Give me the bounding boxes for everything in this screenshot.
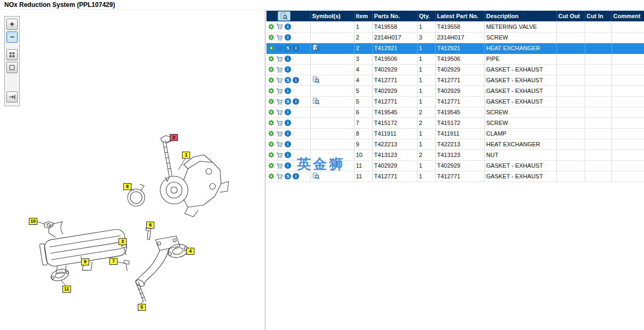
diagram-callout[interactable]: 11 (62, 286, 71, 293)
gear-icon[interactable] (268, 23, 274, 30)
table-row[interactable]: S i 2 T412921 1 T412921 HEAT EXCHANGER (266, 43, 644, 53)
table-row[interactable]: i 6 T419545 2 T419545 SCREW (266, 107, 644, 117)
table-row[interactable]: S i 4 T412771 1 T412771 GASKET - EXHAUST (266, 75, 644, 85)
gear-icon[interactable] (268, 34, 274, 41)
cart-icon[interactable] (276, 109, 283, 116)
cart-icon[interactable] (276, 88, 283, 95)
gear-icon[interactable] (268, 77, 274, 83)
table-row[interactable]: i 1 T419558 1 T419558 METERING VALVE (266, 21, 644, 32)
s-icon[interactable]: S (285, 77, 291, 83)
info-icon[interactable]: i (285, 56, 291, 62)
symbol-doc-icon[interactable] (312, 98, 320, 105)
cart-icon[interactable] (276, 130, 283, 137)
table-row[interactable]: S i 11 T412771 1 T412771 GASKET - EXHAUS… (266, 171, 644, 182)
thumbnail-grid-button[interactable] (6, 49, 18, 60)
gear-icon[interactable] (268, 98, 274, 105)
gear-icon[interactable] (268, 130, 274, 137)
cut-out-cell (556, 160, 585, 171)
info-icon[interactable]: i (285, 130, 291, 137)
gear-icon[interactable] (268, 66, 274, 73)
table-row[interactable]: i 2 2314H017 3 2314H017 SCREW (266, 32, 644, 43)
cart-icon[interactable] (276, 162, 283, 169)
gear-icon[interactable] (268, 162, 274, 169)
zoom-out-button[interactable]: − (6, 32, 18, 43)
gear-icon[interactable] (268, 45, 274, 51)
table-row[interactable]: i 11 T402929 1 T402929 GASKET - EXHAUST (266, 160, 644, 171)
s-icon[interactable]: S (285, 45, 291, 51)
cart-icon[interactable] (276, 34, 283, 41)
table-row[interactable]: i 4 T402929 1 T402929 GASKET - EXHAUST (266, 64, 644, 75)
latest-part-no-cell: T412771 (435, 75, 484, 85)
info-icon[interactable]: i (285, 23, 291, 30)
item-cell: 5 (354, 96, 372, 107)
qty-cell: 1 (417, 171, 435, 182)
diagram-canvas[interactable]: 2181063479115 (0, 10, 265, 330)
symbol-search-icon[interactable] (278, 11, 290, 21)
cart-icon[interactable] (276, 98, 283, 105)
cart-icon[interactable] (276, 56, 283, 62)
table-row[interactable]: i 7 T415172 2 T415172 SCREW (266, 117, 644, 128)
grid-icon (9, 51, 15, 58)
gear-icon[interactable] (268, 88, 274, 94)
comment-cell (611, 43, 644, 53)
gear-icon[interactable] (268, 109, 274, 115)
table-row[interactable]: i 5 T402929 1 T402929 GASKET - EXHAUST (266, 85, 644, 96)
info-icon[interactable]: i (285, 152, 291, 158)
info-icon[interactable]: i (285, 66, 291, 73)
diagram-callout[interactable]: 9 (81, 258, 89, 265)
info-icon[interactable]: i (285, 88, 291, 94)
diagram-callout[interactable]: 5 (138, 304, 146, 311)
s-icon[interactable]: S (285, 173, 291, 179)
latest-part-no-cell: T419558 (435, 21, 484, 32)
cart-icon[interactable] (276, 45, 283, 52)
table-row[interactable]: i 10 T413123 2 T413123 NUT (266, 150, 644, 160)
info-icon[interactable]: i (293, 45, 299, 51)
cart-icon[interactable] (276, 77, 283, 84)
diagram-callout[interactable]: 4 (186, 248, 194, 255)
cart-icon[interactable] (276, 66, 283, 73)
info-icon[interactable]: i (285, 109, 291, 115)
info-icon[interactable]: i (293, 98, 299, 105)
comment-cell (611, 64, 644, 75)
info-icon[interactable]: i (293, 77, 299, 83)
zoom-in-button[interactable]: + (6, 19, 18, 30)
symbol-doc-icon[interactable] (312, 172, 320, 179)
cart-icon[interactable] (276, 152, 283, 159)
diagram-callout[interactable]: 8 (123, 183, 131, 190)
qty-cell: 1 (417, 21, 435, 32)
info-icon[interactable]: i (285, 120, 291, 126)
symbol-doc-icon[interactable] (312, 76, 320, 83)
s-icon[interactable]: S (285, 98, 291, 105)
gear-icon[interactable] (268, 173, 274, 179)
table-row[interactable]: i 3 T419506 1 T419506 PIPE (266, 53, 644, 64)
gear-icon[interactable] (268, 152, 274, 158)
symbol-doc-icon[interactable] (312, 44, 320, 51)
cut-out-cell (556, 171, 585, 182)
table-row[interactable]: i 9 T422213 1 T422213 HEAT EXCHANGER (266, 139, 644, 150)
cut-in-cell (585, 53, 611, 64)
gear-icon[interactable] (268, 141, 274, 147)
cut-in-cell (585, 32, 611, 43)
fit-view-button[interactable] (6, 62, 18, 73)
diagram-callout[interactable]: 7 (109, 258, 117, 265)
info-icon[interactable]: i (285, 34, 291, 41)
diagram-callout[interactable]: 10 (29, 218, 37, 225)
cart-icon[interactable] (276, 173, 283, 180)
info-icon[interactable]: i (293, 173, 299, 179)
diagram-callout[interactable]: 6 (146, 222, 154, 229)
info-icon[interactable]: i (285, 162, 291, 169)
item-cell: 4 (354, 64, 372, 75)
cart-icon[interactable] (276, 141, 283, 148)
toggle-panel-button[interactable] (6, 91, 18, 103)
diagram-callout[interactable]: 1 (182, 152, 190, 159)
gear-icon[interactable] (268, 56, 274, 62)
diagram-callout[interactable]: 3 (119, 238, 127, 245)
table-row[interactable]: i 8 T411911 1 T411911 CLAMP (266, 128, 644, 139)
gear-icon[interactable] (268, 120, 274, 126)
table-row[interactable]: S i 5 T412771 1 T412771 GASKET - EXHAUST (266, 96, 644, 107)
diagram-callout[interactable]: 2 (170, 134, 178, 141)
cart-icon[interactable] (276, 23, 283, 30)
cart-icon[interactable] (276, 120, 283, 127)
actions-cell: S i (266, 75, 310, 85)
info-icon[interactable]: i (285, 141, 291, 147)
